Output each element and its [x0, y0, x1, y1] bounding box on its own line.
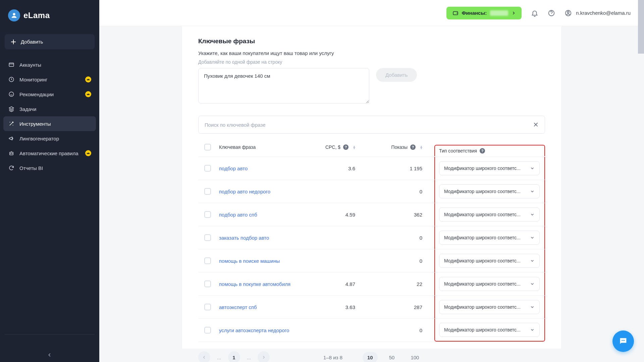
svg-point-5 [10, 153, 11, 154]
chevron-right-icon [512, 11, 516, 15]
svg-point-6 [12, 153, 13, 154]
finance-amount-masked [490, 10, 508, 16]
search-input[interactable] [205, 122, 533, 128]
sidebar-item-accounts[interactable]: Аккаунты [3, 57, 96, 72]
keywords-textarea[interactable]: Пуховик для девочек 140 см [198, 68, 369, 104]
help-icon[interactable]: ? [410, 144, 416, 150]
match-type-select[interactable]: Модификатор широкого соответс... [439, 231, 540, 245]
bell-icon[interactable] [531, 9, 538, 17]
page-size-10[interactable]: 10 [363, 352, 378, 362]
nav-list: Аккаунты Мониторинг Рекомендации Задачи … [0, 57, 99, 175]
sidebar-item-label: Инструменты [19, 121, 51, 127]
finance-pill[interactable]: Финансы: [446, 7, 522, 19]
pagination: ... 1 ... 1–8 из 8 10 50 100 [198, 342, 545, 362]
page-info: 1–8 из 8 [323, 355, 342, 360]
crown-badge-icon [85, 150, 91, 156]
keywords-table: Ключевая фраза CPC, $ ? ▴▾ Показы ? ▴▾ Т… [198, 144, 545, 342]
page-dots: ... [247, 355, 251, 360]
refresh-icon [8, 165, 15, 171]
sidebar-item-auto-rules[interactable]: Автоматические правила [3, 146, 96, 161]
sidebar-item-label: Мониторинг [19, 77, 47, 82]
page-size-50[interactable]: 50 [384, 352, 399, 362]
match-type-select[interactable]: Модификатор широкого соответс... [439, 300, 540, 314]
add-keyword-button[interactable]: Добавить [376, 68, 417, 82]
keyword-link[interactable]: подбор авто [219, 166, 248, 171]
sidebar-item-recommendations[interactable]: Рекомендации [3, 87, 96, 102]
clock-icon [8, 76, 15, 83]
match-select-text: Модификатор широкого соответс... [444, 258, 530, 263]
match-type-select[interactable]: Модификатор широкого соответс... [439, 184, 540, 198]
wallet-icon [452, 10, 459, 16]
impressions-value: 362 [355, 212, 422, 218]
match-select-text: Модификатор широкого соответс... [444, 304, 530, 310]
chevron-down-icon [530, 282, 535, 286]
header-cpc[interactable]: CPC, $ ? ▴▾ [298, 144, 355, 150]
header-match: Тип соответствия ? [434, 145, 545, 156]
match-type-select[interactable]: Модификатор широкого соответс... [439, 323, 540, 337]
chevron-down-icon [530, 189, 535, 194]
help-icon[interactable]: ? [480, 148, 485, 154]
user-menu[interactable]: n.kravchenko@elama.ru [565, 9, 631, 17]
sort-icon[interactable]: ▴▾ [420, 145, 422, 149]
prev-page-button[interactable] [198, 351, 210, 362]
chevron-down-icon [530, 235, 535, 240]
help-icon[interactable] [548, 9, 555, 17]
add-button-label: Добавить [21, 39, 43, 45]
row-checkbox[interactable] [204, 281, 211, 287]
help-icon[interactable]: ? [343, 144, 348, 150]
keyword-link[interactable]: помощь в поиске машины [219, 258, 280, 264]
svg-rect-1 [9, 63, 14, 67]
chat-fab[interactable] [612, 330, 634, 352]
header-keyword[interactable]: Ключевая фраза [217, 144, 298, 150]
chevron-down-icon [530, 212, 535, 217]
add-button[interactable]: Добавить [5, 34, 95, 49]
row-checkbox[interactable] [204, 257, 211, 264]
cpc-value: 4.59 [298, 212, 355, 218]
header-impressions[interactable]: Показы ? ▴▾ [355, 144, 422, 150]
section-hint: Добавляйте по одной фразе на строку [198, 59, 545, 65]
match-select-text: Модификатор широкого соответс... [444, 327, 530, 333]
page-dots: ... [217, 355, 221, 360]
collapse-sidebar-button[interactable] [0, 348, 99, 362]
row-checkbox[interactable] [204, 165, 211, 172]
next-page-button[interactable] [258, 351, 270, 362]
keyword-link[interactable]: заказать подбор авто [219, 235, 269, 241]
match-type-select[interactable]: Модификатор широкого соответс... [439, 277, 540, 291]
table-header: Ключевая фраза CPC, $ ? ▴▾ Показы ? ▴▾ Т… [198, 144, 545, 157]
close-icon[interactable]: ✕ [533, 121, 539, 129]
content: Ключевые фразы Укажите, как ваши покупат… [99, 26, 644, 362]
keyword-link[interactable]: подбор авто спб [219, 212, 257, 218]
row-checkbox[interactable] [204, 211, 211, 218]
impressions-value: 0 [355, 189, 422, 194]
keyword-link[interactable]: автоэксперт спб [219, 304, 257, 310]
sidebar-item-reports[interactable]: Отчеты BI [3, 161, 96, 175]
match-type-select[interactable]: Модификатор широкого соответс... [439, 254, 540, 268]
keyword-link[interactable]: подбор авто недорого [219, 189, 270, 194]
page-size-100[interactable]: 100 [406, 352, 424, 362]
keyword-link[interactable]: помощь в покупке автомобиля [219, 281, 290, 287]
keyword-link[interactable]: услуги автоэксперта недорого [219, 327, 289, 333]
chevron-down-icon [530, 305, 535, 309]
sidebar-item-label: Рекомендации [19, 92, 54, 97]
sidebar-item-tools[interactable]: Инструменты [3, 116, 96, 131]
row-checkbox[interactable] [204, 188, 211, 195]
cpc-value: 3.6 [298, 166, 355, 171]
cpc-value: 3.63 [298, 304, 355, 310]
logo-icon [8, 9, 20, 21]
match-select-text: Модификатор широкого соответс... [444, 189, 530, 194]
sidebar-item-lingvo[interactable]: Лингвогенератор [3, 131, 96, 146]
table-row: подбор авто 3.6 1 195 Модификатор широко… [198, 157, 545, 180]
row-checkbox[interactable] [204, 304, 211, 310]
row-checkbox[interactable] [204, 327, 211, 334]
page-1[interactable]: 1 [228, 351, 240, 362]
sidebar-item-monitoring[interactable]: Мониторинг [3, 72, 96, 87]
match-type-select[interactable]: Модификатор широкого соответс... [439, 161, 540, 175]
col-check [198, 144, 217, 150]
sidebar-item-tasks[interactable]: Задачи [3, 102, 96, 116]
wand-icon [8, 120, 15, 127]
plus-icon [11, 39, 16, 45]
select-all-checkbox[interactable] [204, 144, 211, 150]
row-checkbox[interactable] [204, 234, 211, 241]
scrollbar-thumb[interactable] [638, 0, 644, 54]
match-type-select[interactable]: Модификатор широкого соответс... [439, 207, 540, 222]
